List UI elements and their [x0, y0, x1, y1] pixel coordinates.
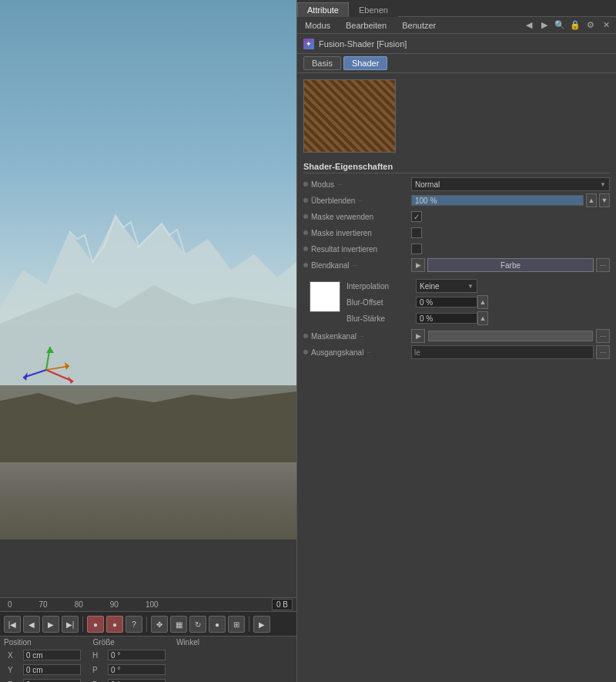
y-pos-input[interactable] — [23, 664, 81, 675]
texture-preview[interactable] — [303, 79, 396, 153]
resultat-invertieren-control — [411, 244, 610, 254]
blur-staerke-stepper[interactable]: ▲ — [477, 311, 488, 325]
ueberblenden-bar[interactable]: 100 % — [411, 195, 584, 206]
interp-select[interactable]: Keine ▼ — [416, 279, 477, 293]
interp-arrow: ▼ — [467, 283, 474, 290]
maskenkanal-more[interactable]: ··· — [596, 329, 610, 343]
color-interp-section: Interpolation Keine ▼ Blur-Offset 0 % ▲ … — [297, 277, 616, 328]
svg-marker-7 — [65, 362, 69, 370]
blur-staerke-row: Blur-Stärke 0 % ▲ — [346, 311, 610, 326]
blendkanal-arrow-btn[interactable]: ▶ — [411, 258, 425, 272]
color-preview[interactable] — [310, 281, 340, 312]
tab-attribute[interactable]: Attribute — [297, 2, 349, 17]
p-winkel-input[interactable] — [108, 664, 166, 675]
bk-dot — [303, 263, 308, 267]
pos-header: Position Größe Winkel — [0, 637, 296, 648]
modus-arrow: ▼ — [600, 181, 606, 188]
blur-staerke-bar[interactable]: 0 % — [416, 313, 477, 324]
viewport-3d[interactable] — [0, 0, 296, 539]
separator — [82, 616, 83, 632]
blendkanal-label: Blendkanal ····· — [303, 261, 411, 270]
separator2 — [146, 616, 147, 632]
ri-dot — [303, 247, 308, 251]
blur-offset-label: Blur-Offset — [346, 298, 416, 307]
help-btn[interactable]: ? — [126, 616, 142, 633]
ueberblenden-row: Überblenden ··· 100 % ▲ ▼ — [303, 193, 610, 208]
separator3 — [249, 616, 249, 632]
b-winkel-input[interactable] — [108, 679, 166, 682]
modus-row: Modus ····· Normal ▼ — [303, 176, 610, 192]
maske-invertieren-label: Maske invertieren — [303, 229, 411, 237]
groesse-label: Größe — [93, 638, 115, 647]
interpolation-row: Interpolation Keine ▼ — [346, 278, 610, 294]
record-btn-2[interactable]: ● — [106, 616, 123, 633]
x-label: X — [8, 651, 19, 660]
position-label: Position — [4, 638, 32, 647]
blur-offset-bar[interactable]: 0 % — [416, 297, 477, 307]
x-pos-input[interactable] — [23, 650, 81, 660]
shader-tab-shader[interactable]: Shader — [343, 56, 387, 70]
farbe-button[interactable]: Farbe — [427, 258, 594, 272]
x-row: X H — [4, 648, 293, 662]
ausgangskanal-value: le — [414, 348, 420, 357]
menu-bearbeiten[interactable]: Bearbeiten — [342, 19, 390, 32]
ausgangskanal-control: le ··· — [411, 345, 610, 359]
mk-dot — [303, 334, 308, 338]
ausgangskanal-label: Ausgangskanal ···· — [303, 348, 411, 357]
resultat-invertieren-checkbox[interactable] — [411, 244, 422, 254]
close-icon[interactable]: ✕ — [600, 19, 612, 32]
3d-axes — [15, 339, 77, 401]
timeline-start-btn[interactable]: |◀ — [4, 616, 21, 633]
menu-bar: Modus Bearbeiten Benutzer ◀ ▶ 🔍 🔒 ⚙ ✕ — [297, 17, 616, 34]
maskenkanal-row: Maskenkanal ···· ▶ ··· — [297, 328, 616, 344]
move-btn[interactable]: ✥ — [151, 616, 168, 633]
lock-icon[interactable]: 🔒 — [569, 19, 581, 32]
menu-modus[interactable]: Modus — [301, 19, 334, 32]
y-label: Y — [8, 666, 19, 674]
arrow-right-icon[interactable]: ▶ — [538, 19, 551, 32]
winkel-label: Winkel — [176, 638, 199, 647]
ausgangskanal-more[interactable]: ··· — [596, 345, 610, 359]
p-label: P — [92, 666, 104, 674]
scale-btn[interactable]: ▦ — [170, 616, 187, 633]
menu-benutzer[interactable]: Benutzer — [398, 19, 440, 32]
search-icon[interactable]: 🔍 — [554, 19, 566, 32]
timeline-prev-btn[interactable]: ◀ — [23, 616, 40, 633]
z-pos-input[interactable] — [23, 679, 81, 682]
blur-offset-stepper[interactable]: ▲ — [477, 295, 488, 309]
shader-properties: Shader-Eigenschaften Modus ····· Normal … — [297, 159, 616, 277]
shader-tab-basis[interactable]: Basis — [303, 56, 341, 70]
record-btn-1[interactable]: ● — [87, 616, 104, 633]
modus-select[interactable]: Normal ▼ — [411, 177, 610, 191]
ausgangskanal-field[interactable]: le — [411, 345, 594, 359]
modus-control: Normal ▼ — [411, 177, 610, 191]
maske-invertieren-checkbox[interactable] — [411, 227, 422, 238]
blendkanal-control: ▶ Farbe ··· — [411, 258, 610, 272]
ueberblenden-down[interactable]: ▼ — [599, 193, 610, 207]
mark-100: 100 — [146, 600, 159, 609]
ueberblenden-control: 100 % ▲ ▼ — [411, 193, 610, 207]
maskenkanal-btn[interactable]: ▶ — [411, 329, 425, 343]
timeline-next-btn[interactable]: ▶| — [62, 616, 79, 633]
tab-ebenen[interactable]: Ebenen — [349, 2, 398, 17]
timeline-play-btn[interactable]: ▶ — [42, 616, 59, 633]
timeline-panel: 0 70 80 90 100 0 B |◀ ◀ ▶ ▶| ● ● ? ✥ ▦ ↻… — [0, 597, 296, 636]
rotate-btn[interactable]: ↻ — [189, 616, 206, 633]
resultat-invertieren-label: Resultat invertieren — [303, 245, 411, 254]
maskenkanal-bar[interactable] — [428, 331, 593, 341]
mi-dot — [303, 230, 308, 235]
gear-icon[interactable]: ⚙ — [584, 19, 597, 32]
blendkanal-more-btn[interactable]: ··· — [596, 258, 610, 272]
h-winkel-input[interactable] — [108, 650, 166, 660]
mark-80: 80 — [75, 600, 83, 609]
interp-section: Interpolation Keine ▼ Blur-Offset 0 % ▲ … — [346, 278, 610, 327]
shader-tab-bar: Basis Shader — [297, 54, 616, 73]
ak-dot — [303, 350, 308, 354]
poly-btn[interactable]: ● — [209, 616, 226, 633]
grid-btn[interactable]: ⊞ — [228, 616, 245, 633]
menu-icons: ◀ ▶ 🔍 🔒 ⚙ ✕ — [523, 19, 612, 32]
arrow-left-icon[interactable]: ◀ — [523, 19, 535, 32]
render-btn[interactable]: ▶ — [253, 616, 270, 633]
ueberblenden-up[interactable]: ▲ — [586, 193, 597, 207]
maske-verwenden-checkbox[interactable]: ✓ — [411, 211, 422, 222]
